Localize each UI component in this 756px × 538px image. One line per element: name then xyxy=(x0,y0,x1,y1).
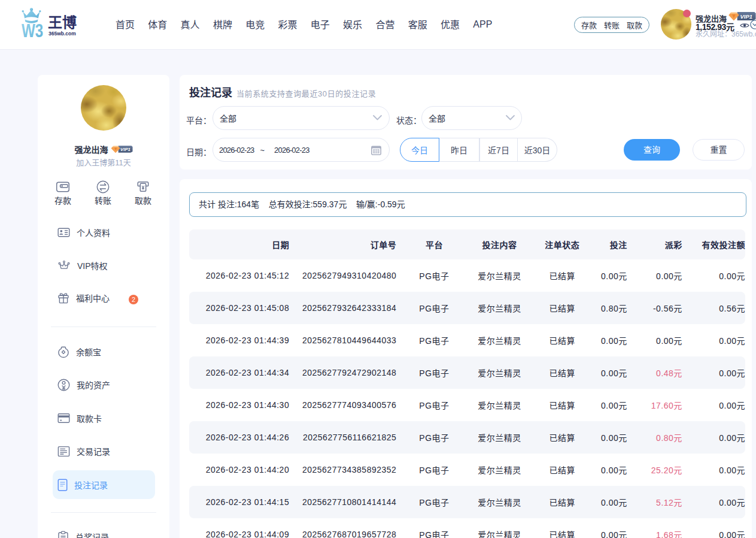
svg-text:365wb.com: 365wb.com xyxy=(48,31,76,37)
svg-text:王博: 王博 xyxy=(48,14,77,31)
svg-text:W3: W3 xyxy=(22,20,43,39)
svg-text:VIP1: VIP1 xyxy=(120,147,130,152)
svg-text:VIP1: VIP1 xyxy=(740,14,752,20)
